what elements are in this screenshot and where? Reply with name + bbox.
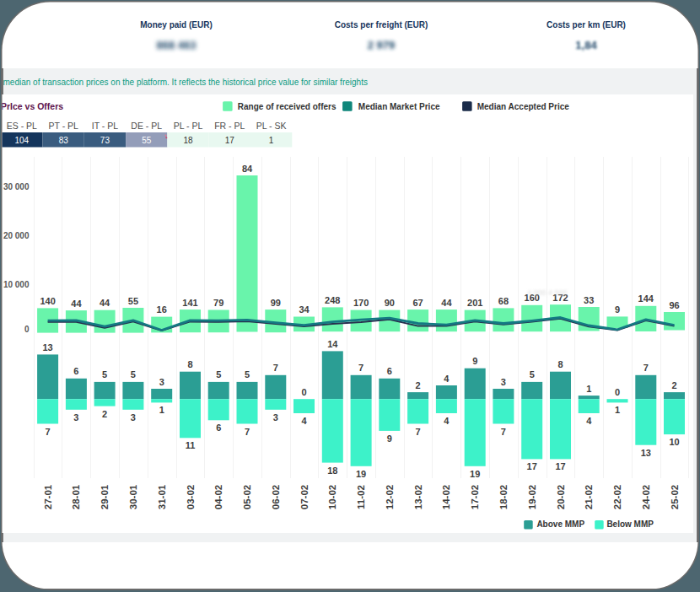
svg-text:20-02: 20-02 [556, 485, 566, 509]
svg-text:34: 34 [299, 304, 310, 315]
svg-text:55: 55 [142, 136, 152, 145]
svg-text:Above MMP: Above MMP [536, 519, 584, 529]
svg-text:33: 33 [584, 295, 594, 305]
svg-text:7: 7 [643, 363, 649, 373]
svg-text:84: 84 [242, 164, 253, 174]
svg-text:18: 18 [327, 466, 337, 476]
svg-text:5: 5 [102, 369, 107, 379]
svg-text:6: 6 [73, 366, 78, 376]
svg-text:90: 90 [385, 298, 395, 308]
svg-text:Range of received offers: Range of received offers [238, 102, 337, 111]
svg-text:170: 170 [353, 298, 369, 308]
svg-text:7: 7 [273, 363, 278, 373]
svg-text:4 000 4 500: 4 000 4 500 [527, 288, 568, 297]
svg-text:28-01: 28-01 [71, 484, 81, 509]
svg-text:Median Market Price: Median Market Price [358, 102, 440, 111]
svg-text:19: 19 [356, 469, 366, 479]
svg-text:3: 3 [73, 412, 78, 422]
svg-text:30-01: 30-01 [128, 484, 138, 509]
svg-text:7: 7 [501, 427, 506, 437]
svg-text:67: 67 [412, 298, 423, 308]
svg-text:12-02: 12-02 [385, 485, 395, 509]
svg-text:Costs per freight (EUR): Costs per freight (EUR) [335, 20, 428, 30]
svg-text:96: 96 [669, 300, 679, 310]
svg-text:5: 5 [216, 369, 221, 379]
svg-text:14: 14 [327, 339, 338, 349]
svg-text:3: 3 [273, 412, 278, 422]
svg-text:3: 3 [131, 412, 136, 422]
svg-text:13: 13 [42, 342, 52, 353]
svg-text:1: 1 [615, 405, 620, 415]
svg-text:2 979: 2 979 [368, 39, 396, 51]
svg-text:25-02: 25-02 [670, 485, 680, 509]
svg-text:Median Accepted Price: Median Accepted Price [477, 102, 570, 111]
svg-text:1: 1 [269, 136, 274, 145]
svg-text:10: 10 [669, 437, 679, 447]
svg-text:PT - PL: PT - PL [48, 121, 78, 131]
svg-text:17: 17 [555, 461, 565, 471]
svg-text:21-02: 21-02 [584, 485, 594, 509]
svg-text:19: 19 [470, 469, 480, 479]
svg-text:PL - PL: PL - PL [174, 121, 203, 131]
svg-text:22-02: 22-02 [612, 485, 622, 509]
svg-text:868 463: 868 463 [157, 39, 197, 51]
svg-text:55: 55 [128, 296, 138, 306]
svg-text:4: 4 [444, 374, 450, 384]
svg-text:14-02: 14-02 [441, 485, 451, 509]
svg-text:83: 83 [59, 136, 69, 145]
svg-text:17: 17 [225, 136, 235, 145]
svg-text:10 000: 10 000 [3, 280, 30, 289]
svg-text:19-02: 19-02 [527, 485, 537, 509]
svg-text:Below MMP: Below MMP [606, 519, 654, 529]
svg-text:6: 6 [387, 366, 392, 376]
svg-text:ES - PL: ES - PL [7, 121, 37, 131]
svg-text:29-01: 29-01 [100, 484, 110, 509]
svg-text:17-02: 17-02 [470, 485, 480, 509]
svg-text:PrIce vs Offers: PrIce vs Offers [1, 101, 63, 111]
svg-text:5: 5 [530, 369, 535, 379]
svg-text:PL - SK: PL - SK [256, 121, 287, 131]
svg-text:0: 0 [615, 387, 620, 397]
svg-text:3: 3 [501, 377, 506, 387]
svg-text:3: 3 [159, 377, 164, 387]
svg-text:4: 4 [444, 416, 450, 426]
svg-text:73: 73 [100, 136, 110, 145]
svg-text:2: 2 [416, 380, 421, 390]
svg-text:11-02: 11-02 [356, 485, 366, 509]
svg-text:140: 140 [40, 296, 55, 306]
svg-text:0: 0 [301, 387, 306, 397]
svg-text:03-02: 03-02 [186, 485, 196, 509]
svg-text:5: 5 [245, 369, 250, 379]
svg-text:05-02: 05-02 [242, 485, 252, 509]
svg-text:20 000: 20 000 [3, 231, 30, 240]
svg-text:248: 248 [325, 295, 340, 305]
svg-text:11: 11 [186, 440, 196, 450]
svg-text:201: 201 [467, 298, 482, 308]
svg-text:13: 13 [641, 448, 651, 458]
svg-text:Money paid (EUR): Money paid (EUR) [140, 20, 213, 30]
svg-text:24-02: 24-02 [641, 485, 651, 509]
svg-text:18-02: 18-02 [498, 485, 509, 509]
svg-text:104: 104 [14, 136, 29, 145]
svg-text:median of transaction prices o: median of transaction prices on the plat… [3, 78, 368, 87]
svg-text:07-02: 07-02 [299, 485, 310, 509]
svg-text:44: 44 [100, 298, 110, 308]
svg-text:18: 18 [183, 136, 193, 145]
svg-text:13-02: 13-02 [413, 485, 423, 509]
svg-text:27-01: 27-01 [43, 484, 53, 509]
svg-text:31-01: 31-01 [157, 484, 167, 509]
svg-text:10-02: 10-02 [327, 485, 337, 509]
svg-text:Costs per km (EUR): Costs per km (EUR) [547, 20, 626, 30]
svg-text:2: 2 [671, 380, 676, 390]
svg-text:2: 2 [102, 409, 107, 419]
svg-text:17: 17 [527, 461, 537, 471]
svg-text:144: 144 [638, 293, 654, 304]
svg-text:9: 9 [472, 356, 477, 366]
svg-text:4: 4 [301, 416, 307, 426]
svg-text:5: 5 [131, 369, 136, 379]
svg-text:1: 1 [159, 405, 164, 415]
svg-text:7: 7 [245, 427, 250, 437]
svg-text:6: 6 [216, 422, 221, 433]
svg-text:8: 8 [187, 359, 192, 369]
svg-text:30 000: 30 000 [3, 182, 30, 191]
